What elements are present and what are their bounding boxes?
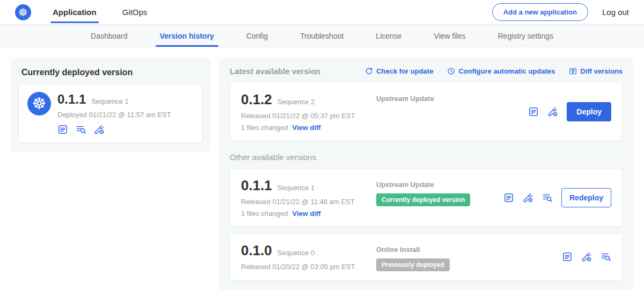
version-number: 0.1.0 — [241, 242, 272, 259]
logout-button[interactable]: Log out — [602, 8, 629, 17]
release-notes-icon[interactable] — [57, 124, 68, 135]
diff-icon[interactable] — [542, 192, 553, 203]
currently-deployed-panel: Currently deployed version ☸ 0.1.1 Seque… — [11, 58, 210, 152]
redeploy-button[interactable]: Redeploy — [561, 188, 611, 207]
currently-deployed-title: Currently deployed version — [18, 66, 203, 84]
header-right: Add a new application Log out — [492, 3, 629, 21]
configure-automatic-updates-label: Configure automatic updates — [458, 67, 555, 75]
version-source: Upstream Update — [376, 181, 503, 189]
config-icon[interactable] — [547, 106, 558, 117]
deployed-timestamp: Deployed 01/21/22 @ 11:57 am EST — [57, 111, 171, 119]
config-icon[interactable] — [581, 251, 592, 262]
version-sequence: Sequence 2 — [277, 98, 314, 106]
diff-columns-icon — [569, 67, 577, 75]
subnav-config[interactable]: Config — [230, 25, 284, 47]
view-diff-link[interactable]: View diff — [292, 210, 320, 218]
files-changed: 1 files changed — [241, 124, 288, 132]
panel-action-links: Check for update Configure automatic upd… — [365, 67, 623, 75]
config-icon[interactable] — [94, 124, 105, 135]
tab-gitops-label: GitOps — [122, 8, 148, 17]
currently-deployed-badge: Currently deployed version — [376, 193, 470, 206]
diff-versions-label: Diff versions — [580, 67, 623, 75]
version-number: 0.1.1 — [241, 177, 272, 194]
app-icon: ☸ — [27, 92, 51, 116]
diff-versions-link[interactable]: Diff versions — [569, 67, 623, 75]
diff-icon[interactable] — [601, 251, 611, 262]
kubernetes-logo-icon: ☸ — [15, 4, 31, 20]
version-info: 0.1.0 Sequence 0 Released 01/20/22 @ 03:… — [241, 242, 376, 271]
version-meta: Upstream Update Currently deployed versi… — [376, 177, 503, 206]
refresh-icon — [365, 67, 373, 75]
version-meta: Online Install Previously deployed — [376, 242, 562, 271]
release-notes-icon[interactable] — [528, 106, 539, 117]
available-versions-panel: Latest available version Check for updat… — [219, 58, 633, 290]
files-changed: 1 files changed — [241, 210, 288, 218]
subnav-dashboard[interactable]: Dashboard — [75, 25, 144, 47]
deployed-version-card: ☸ 0.1.1 Sequence 1 Deployed 01/21/22 @ 1… — [18, 84, 203, 143]
version-released: Released 01/21/22 @ 11:48 am EST — [241, 198, 376, 206]
view-diff-link[interactable]: View diff — [292, 124, 320, 132]
version-released: Released 01/21/22 @ 05:37 pm EST — [241, 112, 376, 120]
latest-available-title: Latest available version — [230, 67, 320, 76]
version-sequence: Sequence 0 — [277, 249, 314, 257]
version-card-0-1-1: 0.1.1 Sequence 1 Released 01/21/22 @ 11:… — [230, 168, 623, 227]
version-source: Upstream Update — [376, 95, 528, 103]
deploy-button[interactable]: Deploy — [567, 102, 611, 121]
deployed-version-number: 0.1.1 — [57, 92, 86, 107]
version-info: 0.1.1 Sequence 1 Released 01/21/22 @ 11:… — [241, 177, 376, 218]
check-for-update-link[interactable]: Check for update — [365, 67, 433, 75]
tab-gitops[interactable]: GitOps — [118, 0, 152, 25]
subnav-troubleshoot[interactable]: Troubleshoot — [284, 25, 360, 47]
version-number: 0.1.2 — [241, 91, 272, 108]
deployed-sequence: Sequence 1 — [91, 97, 128, 105]
release-notes-icon[interactable] — [503, 192, 514, 203]
version-card-0-1-0: 0.1.0 Sequence 0 Released 01/20/22 @ 03:… — [230, 233, 623, 280]
version-actions — [562, 251, 611, 262]
app-subnav: Dashboard Version history Config Trouble… — [0, 25, 644, 47]
tab-application[interactable]: Application — [48, 0, 101, 25]
version-sequence: Sequence 1 — [277, 184, 314, 192]
diff-icon[interactable] — [76, 124, 86, 135]
version-actions: Redeploy — [503, 188, 611, 207]
configure-automatic-updates-link[interactable]: Configure automatic updates — [447, 67, 555, 75]
version-info: 0.1.2 Sequence 2 Released 01/21/22 @ 05:… — [241, 91, 376, 132]
subnav-license[interactable]: License — [360, 25, 418, 47]
version-meta: Upstream Update — [376, 91, 528, 103]
main-content: Currently deployed version ☸ 0.1.1 Seque… — [0, 47, 644, 301]
subnav-version-history[interactable]: Version history — [144, 25, 230, 47]
subnav-view-files[interactable]: View files — [418, 25, 482, 47]
config-icon[interactable] — [523, 192, 533, 203]
check-for-update-label: Check for update — [376, 67, 433, 75]
top-header: ☸ Application GitOps Add a new applicati… — [0, 0, 644, 25]
version-actions: Deploy — [528, 102, 611, 121]
version-released: Released 01/20/22 @ 03:05 pm EST — [241, 263, 376, 271]
version-source: Online Install — [376, 246, 562, 254]
clock-icon — [447, 67, 455, 75]
deployed-icon-row — [57, 124, 171, 135]
release-notes-icon[interactable] — [562, 251, 573, 262]
other-versions-title: Other available versions — [230, 153, 623, 162]
add-application-button[interactable]: Add a new application — [492, 3, 588, 21]
tab-application-label: Application — [53, 8, 97, 17]
subnav-registry-settings[interactable]: Registry settings — [482, 25, 569, 47]
previously-deployed-badge: Previously deployed — [376, 258, 450, 271]
available-versions-header: Latest available version Check for updat… — [230, 67, 623, 76]
deployed-version-details: 0.1.1 Sequence 1 Deployed 01/21/22 @ 11:… — [57, 92, 171, 135]
version-card-0-1-2: 0.1.2 Sequence 2 Released 01/21/22 @ 05:… — [230, 82, 623, 141]
